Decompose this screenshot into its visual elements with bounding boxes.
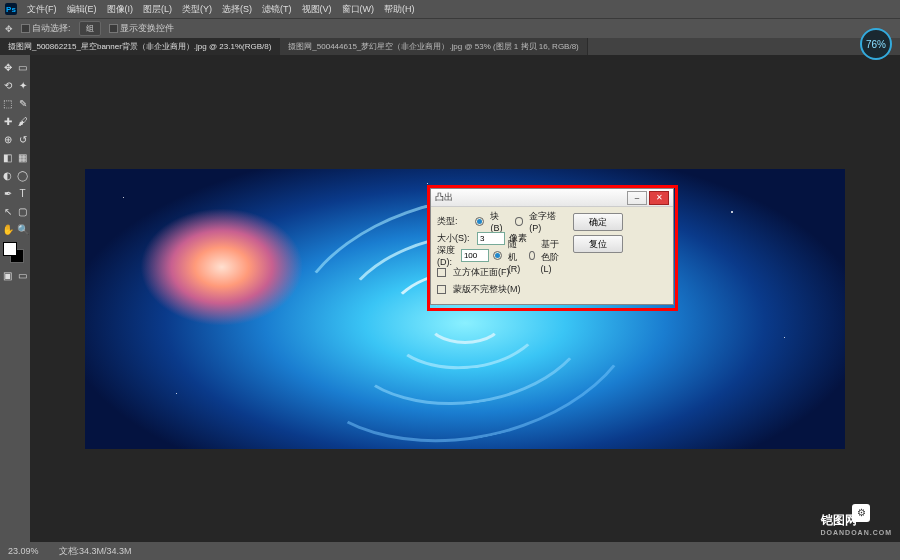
menu-window[interactable]: 窗口(W) bbox=[338, 3, 379, 16]
type-block-radio[interactable] bbox=[475, 217, 484, 226]
doc-tab-2[interactable]: 摄图网_500444615_梦幻星空（非企业商用）.jpg @ 53% (图层 … bbox=[280, 38, 587, 55]
menu-select[interactable]: 选择(S) bbox=[218, 3, 256, 16]
wand-tool-icon[interactable]: ✦ bbox=[15, 76, 30, 94]
menu-filter[interactable]: 滤镜(T) bbox=[258, 3, 296, 16]
lasso-tool-icon[interactable]: ⟲ bbox=[0, 76, 15, 94]
blur-tool-icon[interactable]: ◐ bbox=[0, 166, 15, 184]
depth-label: 深度(D): bbox=[437, 244, 457, 267]
app-logo: Ps bbox=[5, 3, 17, 15]
move-tool-icon[interactable]: ✥ bbox=[0, 58, 15, 76]
dialog-title: 凸出 bbox=[435, 191, 625, 204]
menu-image[interactable]: 图像(I) bbox=[103, 3, 138, 16]
document-tabs: 摄图网_500862215_星空banner背景（非企业商用）.jpg @ 23… bbox=[0, 38, 900, 55]
brush-tool-icon[interactable]: 🖌 bbox=[15, 112, 30, 130]
progress-badge: 76% bbox=[860, 28, 892, 60]
type-pyramid-radio[interactable] bbox=[515, 217, 524, 226]
cube-front-checkbox[interactable] bbox=[437, 268, 446, 277]
gradient-tool-icon[interactable]: ▦ bbox=[15, 148, 30, 166]
type-tool-icon[interactable]: T bbox=[15, 184, 30, 202]
highlight-box: 凸出 – ✕ 类型: 块(B) 金字塔(P) 大小(S): bbox=[427, 185, 678, 311]
minimize-icon[interactable]: – bbox=[627, 191, 647, 205]
autoselect-dropdown[interactable]: 组 bbox=[79, 21, 101, 36]
canvas-area: 凸出 – ✕ 类型: 块(B) 金字塔(P) 大小(S): bbox=[30, 55, 900, 542]
menu-layer[interactable]: 图层(L) bbox=[139, 3, 176, 16]
menu-edit[interactable]: 编辑(E) bbox=[63, 3, 101, 16]
zoom-tool-icon[interactable]: 🔍 bbox=[15, 220, 30, 238]
menu-view[interactable]: 视图(V) bbox=[298, 3, 336, 16]
marquee-tool-icon[interactable]: ▭ bbox=[15, 58, 30, 76]
hand-tool-icon[interactable]: ✋ bbox=[0, 220, 15, 238]
dodge-tool-icon[interactable]: ◯ bbox=[15, 166, 30, 184]
zoom-level[interactable]: 23.09% bbox=[8, 546, 39, 556]
extrude-dialog: 凸出 – ✕ 类型: 块(B) 金字塔(P) 大小(S): bbox=[430, 188, 674, 305]
pen-tool-icon[interactable]: ✒ bbox=[0, 184, 15, 202]
watermark: 铠图网 DOANDOAN.COM bbox=[821, 512, 893, 536]
crop-tool-icon[interactable]: ⬚ bbox=[0, 94, 15, 112]
doc-tab-1[interactable]: 摄图网_500862215_星空banner背景（非企业商用）.jpg @ 23… bbox=[0, 38, 280, 55]
options-bar: ✥ 自动选择: 组 显示变换控件 bbox=[0, 18, 900, 38]
autoselect-checkbox[interactable] bbox=[21, 24, 30, 33]
depth-level-radio[interactable] bbox=[529, 251, 535, 260]
history-tool-icon[interactable]: ↺ bbox=[15, 130, 30, 148]
eraser-tool-icon[interactable]: ◧ bbox=[0, 148, 15, 166]
doc-size: 文档:34.3M/34.3M bbox=[59, 545, 132, 558]
screen-mode-icon[interactable]: ▭ bbox=[15, 266, 30, 284]
move-tool-icon[interactable]: ✥ bbox=[5, 24, 13, 34]
shape-tool-icon[interactable]: ▢ bbox=[15, 202, 30, 220]
path-tool-icon[interactable]: ↖ bbox=[0, 202, 15, 220]
dialog-titlebar[interactable]: 凸出 – ✕ bbox=[431, 189, 673, 207]
mask-mode-icon[interactable]: ▣ bbox=[0, 266, 15, 284]
toolbox: ✥▭ ⟲✦ ⬚✎ ✚🖌 ⊕↺ ◧▦ ◐◯ ✒T ↖▢ ✋🔍 ▣▭ bbox=[0, 55, 30, 542]
eyedrop-tool-icon[interactable]: ✎ bbox=[15, 94, 30, 112]
close-icon[interactable]: ✕ bbox=[649, 191, 669, 205]
depth-input[interactable] bbox=[461, 249, 489, 262]
status-bar: 23.09% 文档:34.3M/34.3M bbox=[0, 542, 900, 560]
menu-help[interactable]: 帮助(H) bbox=[380, 3, 419, 16]
color-swatch[interactable] bbox=[3, 242, 27, 262]
heal-tool-icon[interactable]: ✚ bbox=[0, 112, 15, 130]
menu-bar: Ps 文件(F) 编辑(E) 图像(I) 图层(L) 类型(Y) 选择(S) 滤… bbox=[0, 0, 900, 18]
mask-incomplete-checkbox[interactable] bbox=[437, 285, 446, 294]
stamp-tool-icon[interactable]: ⊕ bbox=[0, 130, 15, 148]
transform-checkbox[interactable] bbox=[109, 24, 118, 33]
reset-button[interactable]: 复位 bbox=[573, 235, 623, 253]
ok-button[interactable]: 确定 bbox=[573, 213, 623, 231]
size-input[interactable] bbox=[477, 232, 505, 245]
menu-type[interactable]: 类型(Y) bbox=[178, 3, 216, 16]
menu-file[interactable]: 文件(F) bbox=[23, 3, 61, 16]
type-label: 类型: bbox=[437, 215, 471, 228]
depth-random-radio[interactable] bbox=[493, 251, 502, 260]
